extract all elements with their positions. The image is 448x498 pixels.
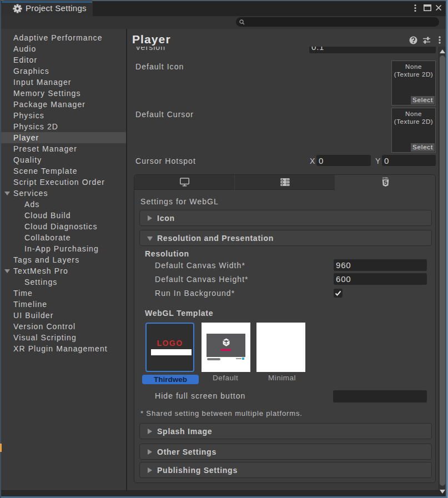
svg-text:HTML: HTML xyxy=(382,177,389,179)
